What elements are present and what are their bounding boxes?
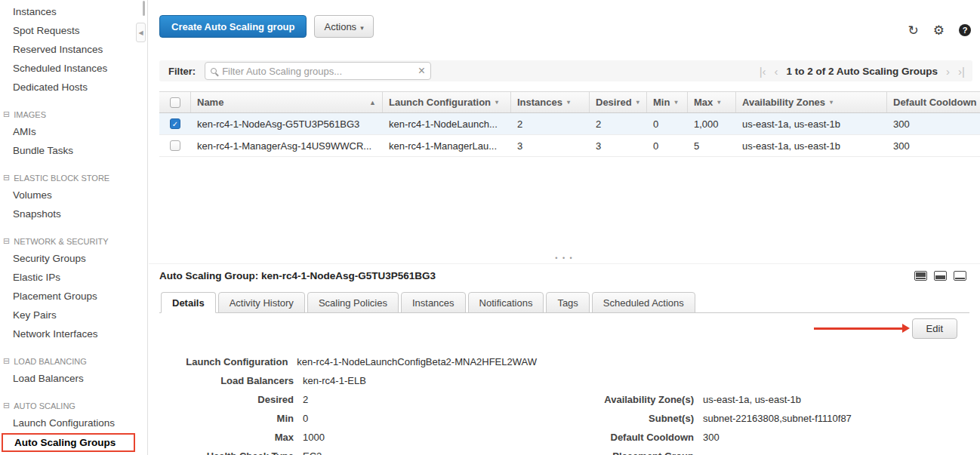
collapse-section-icon[interactable]: ⊟ [3, 236, 10, 246]
sidebar-item-placement-groups[interactable]: Placement Groups [0, 287, 147, 306]
sidebar-scrollbar[interactable] [143, 1, 145, 16]
pagination-text: 1 to 2 of 2 Auto Scaling Groups [787, 66, 938, 77]
tab-tags[interactable]: Tags [546, 292, 589, 313]
edit-button[interactable]: Edit [912, 318, 957, 339]
prev-page-button[interactable]: ‹ [775, 66, 778, 77]
sidebar-section-auto-scaling[interactable]: ⊟AUTO SCALING [0, 398, 147, 413]
row-checkbox[interactable] [170, 140, 180, 151]
sidebar-item-reserved-instances[interactable]: Reserved Instances [0, 40, 147, 59]
field-value: ken-rc4-1-NodeLaunchConfigBeta2-MNA2HFEL… [297, 356, 537, 367]
cell-min: 0 [647, 140, 688, 152]
field-value: 2 [303, 394, 308, 405]
field-label: Health Check Type [159, 450, 303, 455]
field-label: Placement Group [537, 450, 703, 455]
pane-minimize-icon[interactable] [954, 271, 966, 281]
sidebar-item-amis[interactable]: AMIs [0, 122, 147, 141]
chevron-down-icon: ▾ [360, 24, 364, 32]
drag-handle-icon: • • • [555, 254, 573, 262]
sidebar-item-key-pairs[interactable]: Key Pairs [0, 306, 147, 324]
sidebar-item-snapshots[interactable]: Snapshots [0, 204, 147, 223]
edit-row: Edit [159, 316, 969, 340]
column-header-name[interactable]: Name▲ [191, 92, 383, 112]
create-auto-scaling-group-button[interactable]: Create Auto Scaling group [159, 15, 307, 38]
column-menu-icon[interactable]: ▾ [495, 99, 498, 106]
sidebar-item-load-balancers[interactable]: Load Balancers [0, 369, 147, 388]
column-header-default-cooldown[interactable]: Default Cooldown [887, 92, 980, 112]
sidebar-section-elastic-block-store[interactable]: ⊟ELASTIC BLOCK STORE [0, 170, 147, 186]
sidebar-item-volumes[interactable]: Volumes [0, 186, 147, 204]
sidebar-item-launch-configurations[interactable]: Launch Configurations [0, 413, 147, 432]
sidebar-item-bundle-tasks[interactable]: Bundle Tasks [0, 141, 147, 160]
detail-field: Default Cooldown300 [537, 428, 852, 447]
first-page-button[interactable]: |‹ [760, 66, 766, 77]
collapse-section-icon[interactable]: ⊟ [3, 173, 10, 183]
sidebar-item-elastic-ips[interactable]: Elastic IPs [0, 268, 147, 287]
column-menu-icon[interactable]: ▾ [567, 99, 570, 106]
tab-activity-history[interactable]: Activity History [218, 292, 305, 313]
tab-scaling-policies[interactable]: Scaling Policies [307, 292, 399, 313]
detail-field: Health Check TypeEC2 [159, 447, 537, 455]
row-select-cell: ✓ [159, 118, 191, 129]
column-menu-icon[interactable]: ▾ [636, 99, 639, 106]
table-row[interactable]: ✓ken-rc4-1-NodeAsg-G5TU3P561BG3ken-rc4-1… [159, 113, 980, 135]
actions-button[interactable]: Actions▾ [314, 15, 373, 38]
toolbar-icons: ↻ ⚙ ? [908, 23, 972, 38]
help-icon[interactable]: ? [959, 24, 971, 36]
column-header-instances[interactable]: Instances▾ [511, 92, 590, 112]
detail-field: Max1000 [159, 428, 537, 447]
column-menu-icon[interactable]: ▾ [674, 99, 677, 106]
cell-name: ken-rc4-1-ManagerAsg-14US9WWCR... [191, 140, 383, 152]
table-row[interactable]: ken-rc4-1-ManagerAsg-14US9WWCR...ken-rc4… [159, 135, 980, 157]
sidebar-section-label: ELASTIC BLOCK STORE [14, 174, 109, 183]
gear-icon[interactable]: ⚙ [933, 24, 945, 37]
pane-layout-controls [914, 271, 969, 281]
filter-bar: Filter: × |‹ ‹ 1 to 2 of 2 Auto Scaling … [159, 60, 972, 81]
sidebar-item-network-interfaces[interactable]: Network Interfaces [0, 324, 147, 343]
row-checkbox[interactable]: ✓ [170, 118, 180, 129]
column-label: Default Cooldown [893, 97, 977, 108]
sidebar-item-spot-requests[interactable]: Spot Requests [0, 21, 147, 40]
sidebar-item-security-groups[interactable]: Security Groups [0, 249, 147, 268]
tab-details[interactable]: Details [161, 292, 216, 313]
tab-scheduled-actions[interactable]: Scheduled Actions [592, 292, 695, 313]
field-value: us-east-1a, us-east-1b [703, 394, 801, 405]
column-menu-icon[interactable]: ▾ [830, 99, 833, 106]
filter-input[interactable] [222, 66, 415, 77]
sidebar-section-network-security[interactable]: ⊟NETWORK & SECURITY [0, 233, 147, 249]
refresh-icon[interactable]: ↻ [908, 24, 919, 37]
sidebar-item-auto-scaling-groups[interactable]: Auto Scaling Groups [2, 433, 135, 452]
next-page-button[interactable]: › [946, 66, 950, 77]
fields-left-column: Launch Configurationken-rc4-1-NodeLaunch… [159, 352, 537, 455]
ec2-console: InstancesSpot RequestsReserved Instances… [0, 0, 980, 455]
sidebar-item-dedicated-hosts[interactable]: Dedicated Hosts [0, 78, 147, 97]
pane-splitter[interactable]: • • • [149, 254, 980, 262]
field-label: Availability Zone(s) [537, 394, 703, 405]
table-body: ✓ken-rc4-1-NodeAsg-G5TU3P561BG3ken-rc4-1… [159, 113, 980, 157]
tab-instances[interactable]: Instances [401, 292, 466, 313]
sidebar-section-load-balancing[interactable]: ⊟LOAD BALANCING [0, 353, 147, 369]
collapse-section-icon[interactable]: ⊟ [3, 109, 10, 119]
pane-half-icon[interactable] [934, 271, 947, 281]
cell-max: 5 [688, 140, 736, 152]
collapse-arrow-icon: ◀ [138, 29, 143, 36]
column-header-max[interactable]: Max▾ [688, 92, 736, 112]
select-all-checkbox[interactable] [170, 97, 180, 108]
collapse-section-icon[interactable]: ⊟ [3, 401, 10, 410]
pane-restore-icon[interactable] [914, 271, 927, 281]
sidebar-collapse-button[interactable]: ◀ [136, 23, 146, 42]
column-header-desired[interactable]: Desired▾ [590, 92, 647, 112]
detail-fields: Launch Configurationken-rc4-1-NodeLaunch… [159, 352, 969, 455]
column-header-launch-configuration[interactable]: Launch Configuration▾ [383, 92, 511, 112]
sidebar-item-scheduled-instances[interactable]: Scheduled Instances [0, 59, 147, 78]
sidebar-item-instances[interactable]: Instances [0, 2, 147, 21]
filter-search-box[interactable]: × [205, 62, 431, 80]
column-menu-icon[interactable]: ▾ [717, 99, 720, 106]
tab-notifications[interactable]: Notifications [468, 292, 544, 313]
clear-filter-icon[interactable]: × [418, 65, 425, 77]
sidebar-section-images[interactable]: ⊟IMAGES [0, 106, 147, 122]
cell-min: 0 [647, 118, 688, 130]
collapse-section-icon[interactable]: ⊟ [3, 356, 10, 366]
last-page-button[interactable]: ›| [958, 66, 965, 77]
column-header-min[interactable]: Min▾ [647, 92, 688, 112]
column-header-availability-zones[interactable]: Availability Zones▾ [736, 92, 887, 112]
